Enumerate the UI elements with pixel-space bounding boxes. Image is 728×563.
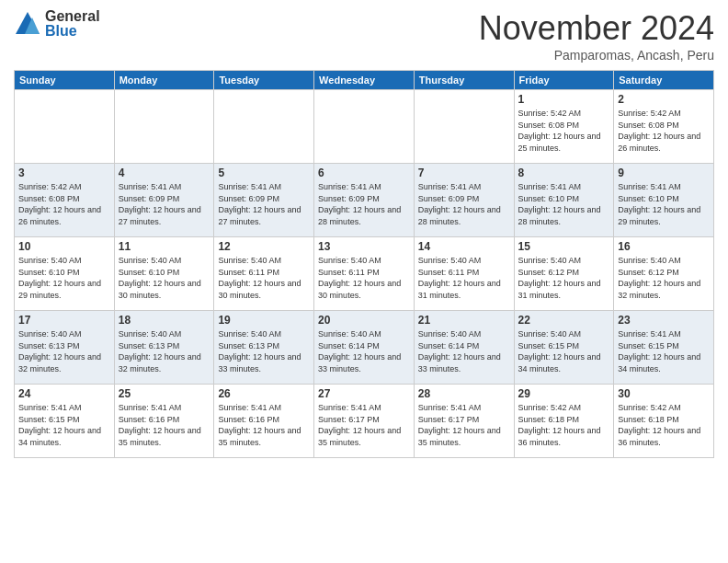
table-row: 6Sunrise: 5:41 AM Sunset: 6:09 PM Daylig… — [314, 164, 415, 237]
table-row — [314, 90, 415, 164]
day-info: Sunrise: 5:41 AM Sunset: 6:15 PM Dayligh… — [618, 328, 710, 374]
table-row: 15Sunrise: 5:40 AM Sunset: 6:12 PM Dayli… — [514, 237, 614, 311]
day-info: Sunrise: 5:41 AM Sunset: 6:10 PM Dayligh… — [518, 181, 610, 227]
day-number: 27 — [318, 387, 410, 400]
day-info: Sunrise: 5:40 AM Sunset: 6:11 PM Dayligh… — [218, 255, 310, 301]
table-row: 1Sunrise: 5:42 AM Sunset: 6:08 PM Daylig… — [514, 90, 614, 164]
day-info: Sunrise: 5:40 AM Sunset: 6:14 PM Dayligh… — [418, 328, 510, 374]
table-row: 28Sunrise: 5:41 AM Sunset: 6:17 PM Dayli… — [414, 385, 514, 458]
table-row: 8Sunrise: 5:41 AM Sunset: 6:10 PM Daylig… — [514, 164, 614, 237]
col-saturday: Saturday — [614, 71, 714, 90]
day-number: 30 — [618, 387, 710, 400]
col-sunday: Sunday — [15, 71, 115, 90]
day-number: 3 — [18, 167, 110, 179]
table-row: 23Sunrise: 5:41 AM Sunset: 6:15 PM Dayli… — [614, 311, 714, 385]
day-info: Sunrise: 5:41 AM Sunset: 6:17 PM Dayligh… — [418, 402, 510, 448]
table-row — [414, 90, 514, 164]
calendar-week-row: 1Sunrise: 5:42 AM Sunset: 6:08 PM Daylig… — [15, 90, 714, 164]
day-number: 9 — [618, 167, 710, 179]
table-row: 20Sunrise: 5:40 AM Sunset: 6:14 PM Dayli… — [314, 311, 415, 385]
day-number: 15 — [518, 240, 610, 253]
day-info: Sunrise: 5:41 AM Sunset: 6:16 PM Dayligh… — [218, 402, 310, 448]
calendar-table: Sunday Monday Tuesday Wednesday Thursday… — [14, 70, 714, 458]
title-section: November 2024 Pamparomas, Ancash, Peru — [479, 9, 714, 63]
day-info: Sunrise: 5:41 AM Sunset: 6:09 PM Dayligh… — [119, 181, 210, 227]
table-row: 17Sunrise: 5:40 AM Sunset: 6:13 PM Dayli… — [15, 311, 115, 385]
table-row — [15, 90, 115, 164]
day-info: Sunrise: 5:40 AM Sunset: 6:10 PM Dayligh… — [119, 255, 210, 301]
table-row: 25Sunrise: 5:41 AM Sunset: 6:16 PM Dayli… — [114, 385, 214, 458]
table-row: 18Sunrise: 5:40 AM Sunset: 6:13 PM Dayli… — [114, 311, 214, 385]
calendar-week-row: 3Sunrise: 5:42 AM Sunset: 6:08 PM Daylig… — [15, 164, 714, 237]
logo-icon — [14, 10, 41, 38]
day-info: Sunrise: 5:41 AM Sunset: 6:09 PM Dayligh… — [318, 181, 410, 227]
day-info: Sunrise: 5:40 AM Sunset: 6:11 PM Dayligh… — [418, 255, 510, 301]
day-number: 6 — [318, 167, 410, 179]
day-info: Sunrise: 5:40 AM Sunset: 6:15 PM Dayligh… — [518, 328, 610, 374]
day-info: Sunrise: 5:40 AM Sunset: 6:13 PM Dayligh… — [218, 328, 310, 374]
day-info: Sunrise: 5:40 AM Sunset: 6:10 PM Dayligh… — [18, 255, 110, 301]
col-tuesday: Tuesday — [214, 71, 314, 90]
day-info: Sunrise: 5:40 AM Sunset: 6:13 PM Dayligh… — [18, 328, 110, 374]
table-row — [114, 90, 214, 164]
calendar-week-row: 17Sunrise: 5:40 AM Sunset: 6:13 PM Dayli… — [15, 311, 714, 385]
day-number: 7 — [418, 167, 510, 179]
day-info: Sunrise: 5:41 AM Sunset: 6:15 PM Dayligh… — [18, 402, 110, 448]
day-info: Sunrise: 5:41 AM Sunset: 6:16 PM Dayligh… — [119, 402, 210, 448]
calendar-week-row: 24Sunrise: 5:41 AM Sunset: 6:15 PM Dayli… — [15, 385, 714, 458]
table-row: 19Sunrise: 5:40 AM Sunset: 6:13 PM Dayli… — [214, 311, 314, 385]
col-friday: Friday — [514, 71, 614, 90]
table-row: 30Sunrise: 5:42 AM Sunset: 6:18 PM Dayli… — [614, 385, 714, 458]
day-info: Sunrise: 5:41 AM Sunset: 6:10 PM Dayligh… — [618, 181, 710, 227]
day-number: 16 — [618, 240, 710, 253]
table-row: 9Sunrise: 5:41 AM Sunset: 6:10 PM Daylig… — [614, 164, 714, 237]
day-number: 28 — [418, 387, 510, 400]
table-row: 7Sunrise: 5:41 AM Sunset: 6:09 PM Daylig… — [414, 164, 514, 237]
table-row: 27Sunrise: 5:41 AM Sunset: 6:17 PM Dayli… — [314, 385, 415, 458]
day-number: 24 — [18, 387, 110, 400]
day-info: Sunrise: 5:42 AM Sunset: 6:18 PM Dayligh… — [618, 402, 710, 448]
day-number: 21 — [418, 314, 510, 327]
col-thursday: Thursday — [414, 71, 514, 90]
day-info: Sunrise: 5:42 AM Sunset: 6:08 PM Dayligh… — [518, 108, 610, 154]
month-title: November 2024 — [479, 9, 714, 48]
day-info: Sunrise: 5:41 AM Sunset: 6:17 PM Dayligh… — [318, 402, 410, 448]
day-info: Sunrise: 5:41 AM Sunset: 6:09 PM Dayligh… — [418, 181, 510, 227]
table-row: 22Sunrise: 5:40 AM Sunset: 6:15 PM Dayli… — [514, 311, 614, 385]
logo-general: General — [45, 9, 100, 24]
day-info: Sunrise: 5:40 AM Sunset: 6:14 PM Dayligh… — [318, 328, 410, 374]
table-row: 21Sunrise: 5:40 AM Sunset: 6:14 PM Dayli… — [414, 311, 514, 385]
logo-blue: Blue — [45, 24, 100, 39]
table-row: 13Sunrise: 5:40 AM Sunset: 6:11 PM Dayli… — [314, 237, 415, 311]
logo: General Blue — [14, 9, 100, 39]
day-info: Sunrise: 5:42 AM Sunset: 6:08 PM Dayligh… — [618, 108, 710, 154]
calendar-week-row: 10Sunrise: 5:40 AM Sunset: 6:10 PM Dayli… — [15, 237, 714, 311]
day-number: 26 — [218, 387, 310, 400]
day-number: 12 — [218, 240, 310, 253]
page: General Blue November 2024 Pamparomas, A… — [0, 0, 728, 563]
table-row: 10Sunrise: 5:40 AM Sunset: 6:10 PM Dayli… — [15, 237, 115, 311]
logo-text: General Blue — [45, 9, 100, 39]
day-number: 25 — [119, 387, 210, 400]
day-number: 23 — [618, 314, 710, 327]
day-number: 4 — [119, 167, 210, 179]
calendar-header-row: Sunday Monday Tuesday Wednesday Thursday… — [15, 71, 714, 90]
day-number: 18 — [119, 314, 210, 327]
table-row: 29Sunrise: 5:42 AM Sunset: 6:18 PM Dayli… — [514, 385, 614, 458]
day-number: 19 — [218, 314, 310, 327]
day-number: 2 — [618, 93, 710, 106]
day-number: 1 — [518, 93, 610, 106]
day-info: Sunrise: 5:42 AM Sunset: 6:08 PM Dayligh… — [18, 181, 110, 227]
col-monday: Monday — [114, 71, 214, 90]
header: General Blue November 2024 Pamparomas, A… — [14, 9, 714, 63]
day-info: Sunrise: 5:40 AM Sunset: 6:12 PM Dayligh… — [618, 255, 710, 301]
table-row — [214, 90, 314, 164]
table-row: 24Sunrise: 5:41 AM Sunset: 6:15 PM Dayli… — [15, 385, 115, 458]
day-info: Sunrise: 5:40 AM Sunset: 6:13 PM Dayligh… — [119, 328, 210, 374]
day-number: 14 — [418, 240, 510, 253]
table-row: 3Sunrise: 5:42 AM Sunset: 6:08 PM Daylig… — [15, 164, 115, 237]
day-number: 11 — [119, 240, 210, 253]
col-wednesday: Wednesday — [314, 71, 415, 90]
day-info: Sunrise: 5:41 AM Sunset: 6:09 PM Dayligh… — [218, 181, 310, 227]
table-row: 11Sunrise: 5:40 AM Sunset: 6:10 PM Dayli… — [114, 237, 214, 311]
